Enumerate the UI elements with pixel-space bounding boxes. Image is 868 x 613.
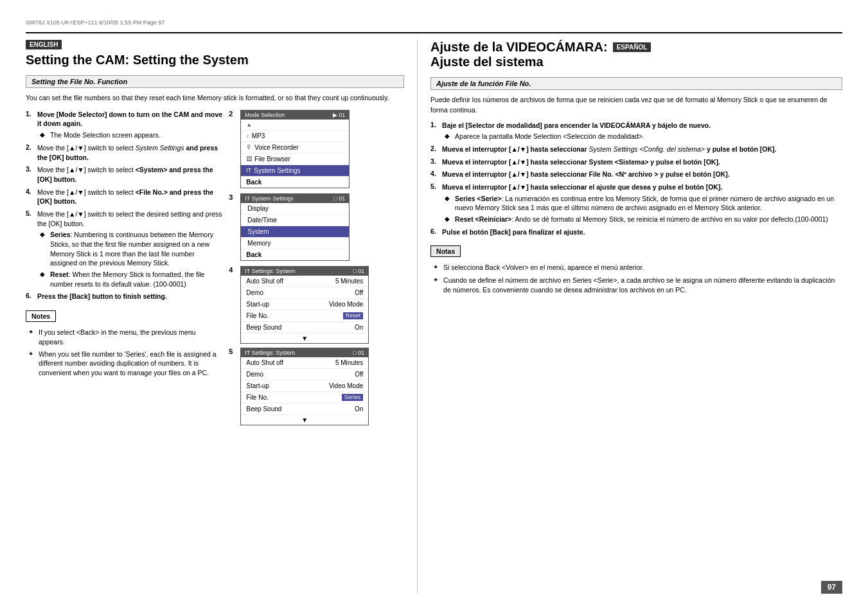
- step-5-num: 5.: [26, 209, 35, 289]
- left-main-title: Setting the CAM: Setting the System: [26, 52, 404, 67]
- right-step-4: 4. Mueva el interruptor [▲/▼] hasta sele…: [430, 170, 842, 179]
- step-1-sub: ◆ The Mode Selection screen appears.: [40, 130, 222, 140]
- screen-2-row: 2 Mode Selection ▶ 01 ▲ ♪ MP3: [229, 110, 403, 188]
- left-steps: 1. Move [Mode Selector] down to turn on …: [26, 110, 222, 429]
- right-step-3-num: 3.: [430, 157, 439, 167]
- step-3-num: 3.: [26, 165, 35, 184]
- right-note-2: ✦ Cuando se define el número de archivo …: [433, 276, 842, 294]
- header-text: 00876J X105 UK+ESP~111 6/10/05 1:55 PM P…: [26, 19, 164, 26]
- right-step-1: 1. Baje el [Selector de modalidad] para …: [430, 121, 842, 141]
- screen-2-num: 2: [229, 110, 238, 188]
- note-2: ✦ When you set file number to 'Series', …: [28, 350, 222, 378]
- right-note-1: ✦ Si selecciona Back <Volver> en el menú…: [433, 263, 842, 272]
- step-1: 1. Move [Mode Selector] down to turn on …: [26, 110, 222, 140]
- right-step-5-num: 5.: [430, 182, 439, 224]
- screen-4-arrow: ▼: [241, 333, 368, 343]
- step-4-num: 4.: [26, 188, 35, 206]
- screen-3-header: IT System Settings □ 01: [241, 194, 349, 203]
- screen-4-row-fileno: File No.Reset: [241, 310, 368, 322]
- right-step-3: 3. Mueva el interruptor [▲/▼] hasta sele…: [430, 157, 842, 167]
- left-intro: You can set the file numbers so that the…: [26, 93, 404, 103]
- screen-3-back: Back: [241, 249, 349, 260]
- screen-5-mockup: IT Settings: System □ 01 Auto Shut off5 …: [240, 348, 369, 425]
- left-title-section: ENGLISH Setting the CAM: Setting the Sys…: [26, 40, 404, 67]
- step-3: 3. Move the [▲/▼] switch to select <Syst…: [26, 165, 222, 184]
- step-5: 5. Move the [▲/▼] switch to select the d…: [26, 209, 222, 289]
- screen-5-num: 5: [229, 348, 238, 425]
- screen-5-row-beep: Beep SoundOn: [241, 404, 368, 415]
- screen-3-row: 3 IT System Settings □ 01 Display Date/T…: [229, 193, 403, 261]
- screen-2-back: Back: [241, 177, 349, 188]
- screen-4-row: 4 IT Settings: System □ 01 Auto Shut off…: [229, 266, 403, 344]
- screen-4-row-beep: Beep SoundOn: [241, 322, 368, 333]
- step-4: 4. Move the [▲/▼] switch to select <File…: [26, 188, 222, 206]
- screen-2-mockup: Mode Selection ▶ 01 ▲ ♪ MP3 🎙: [240, 110, 350, 188]
- page-number: 97: [821, 581, 842, 594]
- step-1-num: 1.: [26, 110, 35, 140]
- screen-5-row-startup: Start-upVideo Mode: [241, 380, 368, 392]
- right-step-3-content: Mueva el interruptor [▲/▼] hasta selecci…: [442, 157, 720, 167]
- right-step-5: 5. Mueva el interruptor [▲/▼] hasta sele…: [430, 182, 842, 224]
- espanol-badge: ESPAÑOL: [613, 42, 651, 52]
- step-5-bullet-series: ◆ Series: Numbering is continuous betwee…: [40, 230, 222, 268]
- right-section-header: Ajuste de la función File No.: [430, 77, 842, 90]
- step-6-content: Press the [Back] button to finish settin…: [37, 292, 167, 301]
- screen-3-datetime: Date/Time: [241, 215, 349, 226]
- english-badge: ENGLISH: [26, 40, 62, 49]
- right-step-5-content: Mueva el interruptor [▲/▼] hasta selecci…: [442, 182, 842, 224]
- step-2: 2. Move the [▲/▼] switch to select Syste…: [26, 143, 222, 162]
- right-step-2-content: Mueva el interruptor [▲/▼] hasta selecci…: [442, 145, 776, 154]
- screen-2-item-system: IT System Settings: [241, 165, 349, 177]
- right-step-4-content: Mueva el interruptor [▲/▼] hasta selecci…: [442, 170, 730, 179]
- screen-3-mockup: IT System Settings □ 01 Display Date/Tim…: [240, 193, 350, 261]
- screen-5-row: 5 IT Settings: System □ 01 Auto Shut off…: [229, 348, 403, 425]
- screen-4-header: IT Settings: System □ 01: [241, 267, 368, 276]
- step-4-content: Move the [▲/▼] switch to select <File No…: [37, 188, 222, 206]
- note-1: ✦ If you select <Back> in the menu, the …: [28, 328, 222, 346]
- right-step-1-sub: ◆ Aparece la pantalla Mode Selection <Se…: [445, 132, 711, 141]
- right-step-4-num: 4.: [430, 170, 439, 179]
- screen-5-row-demo: DemoOff: [241, 369, 368, 380]
- right-title-line2: Ajuste del sistema: [430, 55, 842, 69]
- screen-3-memory: Memory: [241, 238, 349, 249]
- screen-4-row-autoshut: Auto Shut off5 Minutes: [241, 276, 368, 287]
- right-step-5-reset: ◆ Reset <Reiniciar>: Ando se dé formato …: [445, 215, 842, 224]
- right-step-1-content: Baje el [Selector de modalidad] para enc…: [442, 121, 711, 141]
- screen-3-num: 3: [229, 193, 238, 261]
- screen-4-mockup: IT Settings: System □ 01 Auto Shut off5 …: [240, 266, 369, 344]
- right-column: Ajuste de la VIDEOCÁMARA: ESPAÑOL Ajuste…: [418, 40, 842, 594]
- screen-5-arrow: ▼: [241, 415, 368, 425]
- notas-box: Notas: [430, 245, 461, 257]
- header-bar: 00876J X105 UK+ESP~111 6/10/05 1:55 PM P…: [26, 19, 842, 26]
- screen-3-system: System: [241, 226, 349, 238]
- notes-list: ✦ If you select <Back> in the menu, the …: [26, 328, 222, 377]
- right-step-6-num: 6.: [430, 227, 439, 237]
- screen-2-item-file: 🖼 File Browser: [241, 154, 349, 165]
- right-step-6: 6. Pulse el botón [Back] para finalizar …: [430, 227, 842, 237]
- right-step-1-num: 1.: [430, 121, 439, 141]
- screen-5-row-fileno: File No.Series: [241, 392, 368, 404]
- screen-4-row-demo: DemoOff: [241, 287, 368, 299]
- step-5-content: Move the [▲/▼] switch to select the desi…: [37, 209, 222, 289]
- screen-4-num: 4: [229, 266, 238, 344]
- right-title-text1: Ajuste de la VIDEOCÁMARA:: [430, 40, 608, 55]
- right-intro: Puede definir los números de archivos de…: [430, 95, 842, 116]
- right-title-area: Ajuste de la VIDEOCÁMARA: ESPAÑOL Ajuste…: [430, 40, 842, 69]
- screen-2-item-arrow: ▲: [241, 120, 349, 130]
- screen-2-header: Mode Selection ▶ 01: [241, 111, 349, 120]
- step-6: 6. Press the [Back] button to finish set…: [26, 292, 222, 301]
- screen-2-item-mp3: ♪ MP3: [241, 130, 349, 142]
- screen-5-header: IT Settings: System □ 01: [241, 348, 368, 357]
- right-step-2: 2. Mueva el interruptor [▲/▼] hasta sele…: [430, 145, 842, 154]
- step-1-content: Move [Mode Selector] down to turn on the…: [37, 110, 222, 140]
- right-title-line1: Ajuste de la VIDEOCÁMARA: ESPAÑOL: [430, 40, 842, 55]
- screen-4-row-startup: Start-upVideo Mode: [241, 299, 368, 310]
- notes-box: Notes: [26, 310, 56, 322]
- step-2-num: 2.: [26, 143, 35, 162]
- left-section-header: Setting the File No. Function: [26, 75, 404, 88]
- screen-3-display: Display: [241, 203, 349, 215]
- step-2-content: Move the [▲/▼] switch to select System S…: [37, 143, 222, 162]
- step-3-content: Move the [▲/▼] switch to select <System>…: [37, 165, 222, 184]
- right-step-2-num: 2.: [430, 145, 439, 154]
- screen-5-row-autoshut: Auto Shut off5 Minutes: [241, 357, 368, 369]
